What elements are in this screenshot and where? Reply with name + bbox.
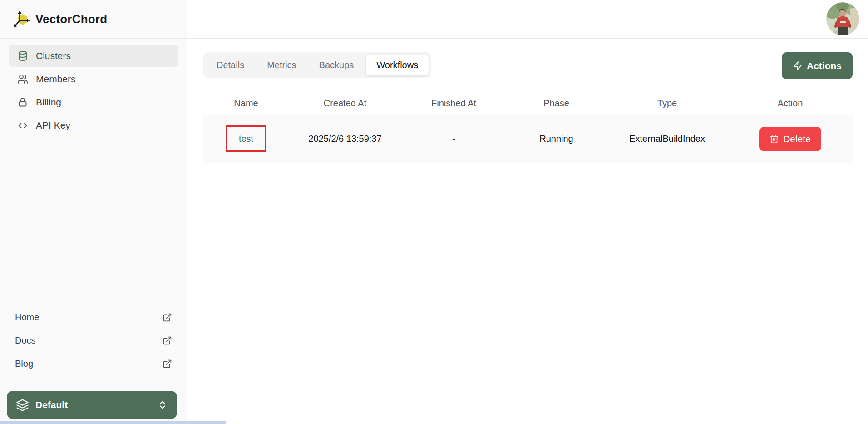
sidebar-nav: Clusters Members (0, 39, 187, 137)
table-header-row: Name Created At Finished At Phase Type A… (203, 92, 853, 115)
sidebar-link-label: Blog (15, 359, 33, 369)
sidebar-logo[interactable]: VectorChord (0, 0, 187, 39)
phase-cell: Running (506, 134, 607, 144)
main-area: Details Metrics Backups Workflows Action… (187, 0, 868, 424)
horizontal-scrollbar[interactable] (0, 421, 226, 424)
sidebar: VectorChord Clusters (0, 0, 187, 424)
sidebar-item-label: Clusters (36, 50, 71, 61)
trash-icon (769, 134, 779, 144)
finished-at-cell: - (401, 134, 506, 144)
workflow-name-link[interactable]: test (239, 134, 253, 144)
layers-icon (16, 399, 29, 412)
column-header-finished-at: Finished At (401, 98, 506, 109)
sidebar-link-blog[interactable]: Blog (9, 352, 178, 375)
topbar (187, 0, 868, 39)
actions-button-label: Actions (807, 60, 842, 71)
code-icon (17, 120, 28, 131)
sidebar-item-label: API Key (36, 120, 70, 131)
lock-icon (17, 97, 28, 108)
tab-backups[interactable]: Backups (308, 55, 365, 76)
tab-details[interactable]: Details (206, 55, 255, 76)
action-cell: Delete (728, 127, 853, 151)
table-row: test 2025/2/6 13:59:37 - Running Externa… (203, 115, 853, 163)
chevrons-up-down-icon (157, 399, 168, 410)
user-avatar[interactable] (826, 2, 859, 35)
database-icon (17, 50, 28, 61)
sidebar-link-label: Docs (15, 335, 36, 346)
toolbar: Details Metrics Backups Workflows Action… (203, 52, 853, 79)
cluster-detail-content: Details Metrics Backups Workflows Action… (187, 39, 868, 163)
sidebar-item-clusters[interactable]: Clusters (9, 45, 178, 67)
zap-icon (793, 61, 803, 71)
column-header-name: Name (203, 98, 289, 109)
column-header-action: Action (728, 98, 853, 109)
sidebar-item-billing[interactable]: Billing (9, 91, 178, 113)
sidebar-item-members[interactable]: Members (9, 68, 178, 90)
workflows-table: Name Created At Finished At Phase Type A… (203, 92, 853, 163)
sidebar-link-home[interactable]: Home (9, 306, 178, 329)
users-icon (17, 74, 28, 85)
app-window: VectorChord Clusters (0, 0, 868, 424)
sidebar-item-label: Billing (36, 97, 61, 108)
actions-button[interactable]: Actions (782, 52, 853, 79)
column-header-type: Type (607, 98, 728, 109)
tab-metrics[interactable]: Metrics (256, 55, 307, 76)
workspace-switcher-button[interactable]: Default (7, 391, 177, 419)
workflow-name-cell: test (203, 125, 289, 152)
column-header-phase: Phase (506, 98, 607, 109)
workspace-name: Default (35, 399, 68, 410)
vectorchord-cube-axes-icon (12, 9, 32, 29)
external-link-icon (163, 336, 172, 345)
app-title: VectorChord (35, 12, 107, 26)
external-link-icon (163, 359, 172, 369)
red-highlight-annotation: test (226, 125, 266, 152)
sidebar-link-docs[interactable]: Docs (9, 329, 178, 352)
sidebar-link-label: Home (15, 312, 39, 323)
tab-workflows[interactable]: Workflows (365, 55, 429, 76)
type-cell: ExternalBuildIndex (607, 134, 728, 144)
sidebar-item-label: Members (36, 74, 76, 85)
column-header-created-at: Created At (289, 98, 401, 109)
tab-bar: Details Metrics Backups Workflows (203, 52, 431, 78)
external-link-icon (163, 313, 172, 322)
created-at-cell: 2025/2/6 13:59:37 (289, 134, 401, 144)
sidebar-item-api-key[interactable]: API Key (9, 114, 178, 136)
sidebar-footer-links: Home Docs (0, 306, 187, 375)
delete-button-label: Delete (783, 134, 811, 145)
delete-button[interactable]: Delete (760, 127, 821, 151)
